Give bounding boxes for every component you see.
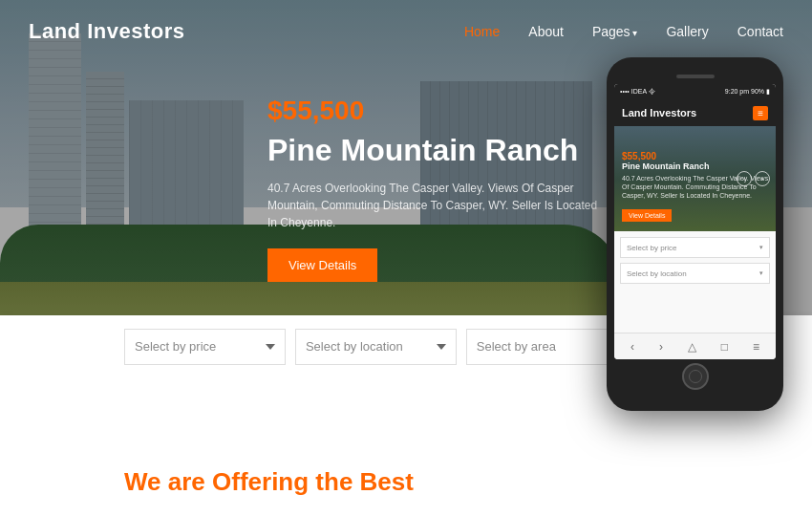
phone-prop-desc: 40.7 Acres Overlooking The Casper Valley… [622, 174, 776, 200]
view-details-button[interactable]: View Details [267, 248, 377, 282]
phone-view-btn[interactable]: View Details [622, 209, 672, 222]
offering-title: We are Offering the Best [124, 467, 414, 497]
phone-speaker [676, 75, 715, 78]
nav-link-pages[interactable]: Pages [592, 24, 637, 39]
phone-navbar: Land Investors ≡ [614, 99, 776, 126]
phone-price-arrow: ▾ [759, 244, 763, 251]
nav-item-home[interactable]: Home [464, 23, 500, 40]
phone-home-button[interactable] [682, 363, 709, 390]
hero-description: 40.7 Acres Overlooking The Casper Valley… [267, 180, 602, 231]
nav-item-about[interactable]: About [528, 23, 564, 40]
nav-item-contact[interactable]: Contact [737, 23, 783, 40]
phone-screen: •••• IDEA 令 9:20 pm 90% ▮ Land Investors… [614, 84, 776, 359]
hero-title: Pine Mountain Ranch [267, 132, 602, 168]
nav-link-gallery[interactable]: Gallery [666, 24, 708, 39]
brand-name: Land Investors [29, 19, 464, 44]
phone-price-select[interactable]: Select by price ▾ [620, 237, 770, 258]
phone-brand: Land Investors [622, 107, 696, 118]
phone-location-select-label: Select by location [627, 269, 687, 278]
phone-search-area: Select by price ▾ Select by location ▾ [614, 231, 776, 333]
price-select[interactable]: Select by price [124, 329, 286, 365]
phone-hero: ‹ › $55,500 Pine Mountain Ranch 40.7 Acr… [614, 126, 776, 231]
nav-item-gallery[interactable]: Gallery [666, 23, 708, 40]
nav-item-pages[interactable]: Pages [592, 23, 637, 40]
phone-status-left: •••• IDEA 令 [620, 87, 655, 97]
phone-status-bar: •••• IDEA 令 9:20 pm 90% ▮ [614, 84, 776, 99]
phone-prop-title: Pine Mountain Ranch [622, 161, 776, 171]
hero-price: $55,500 [267, 96, 602, 126]
nav-link-contact[interactable]: Contact [737, 24, 783, 39]
phone-price-select-label: Select by price [627, 244, 676, 252]
area-select[interactable]: Select by area [466, 329, 628, 365]
tabs-icon[interactable]: □ [721, 340, 728, 354]
navbar: Land Investors Home About Pages Gallery … [0, 0, 812, 62]
phone-mockup: •••• IDEA 令 9:20 pm 90% ▮ Land Investors… [607, 57, 783, 411]
phone-bottom-bar: ‹ › △ □ ≡ [614, 333, 776, 359]
nav-link-home[interactable]: Home [464, 24, 500, 39]
phone-menu-btn[interactable]: ≡ [753, 106, 768, 120]
phone-location-select[interactable]: Select by location ▾ [620, 263, 770, 284]
share-icon[interactable]: △ [688, 340, 696, 354]
phone-location-arrow: ▾ [759, 269, 763, 277]
nav-links: Home About Pages Gallery Contact [464, 23, 783, 40]
phone-price: $55,500 [622, 151, 776, 161]
forward-icon[interactable]: › [659, 340, 663, 354]
phone-status-right: 9:20 pm 90% ▮ [725, 88, 770, 96]
menu-icon[interactable]: ≡ [753, 340, 759, 354]
nav-link-about[interactable]: About [528, 24, 564, 39]
phone-home-inner [689, 370, 702, 383]
location-select[interactable]: Select by location [295, 329, 457, 365]
hero-content: $55,500 Pine Mountain Ranch 40.7 Acres O… [267, 96, 602, 282]
phone-hero-content: $55,500 Pine Mountain Ranch 40.7 Acres O… [622, 151, 776, 222]
back-icon[interactable]: ‹ [630, 340, 634, 354]
